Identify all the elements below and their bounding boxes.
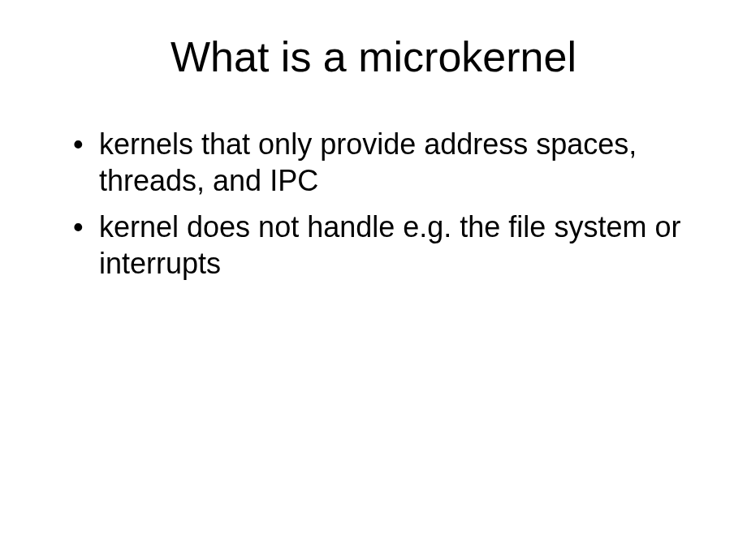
bullet-list: kernels that only provide address spaces… [41,126,706,282]
slide-title: What is a microkernel [41,32,706,81]
list-item: kernels that only provide address spaces… [73,126,706,199]
list-item: kernel does not handle e.g. the file sys… [73,209,706,282]
slide-container: What is a microkernel kernels that only … [0,0,747,560]
